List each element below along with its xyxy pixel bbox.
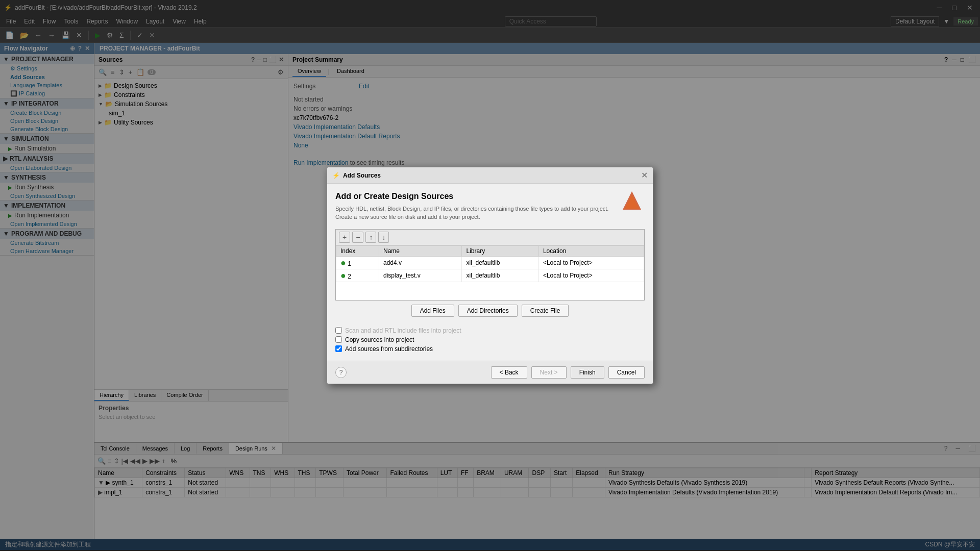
modal-footer: ? < Back Next > Finish Cancel (327, 361, 653, 384)
vivado-logo (619, 188, 645, 213)
modal-title: Add Sources (343, 172, 381, 179)
file1-location: <Local to Project> (538, 256, 644, 269)
file-table-body: ● 1 add4.v xil_defaultlib <Local to Proj… (336, 256, 644, 282)
option-add-subdirs: Add sources from subdirectories (335, 345, 645, 353)
modal-options: Scan and add RTL include files into proj… (335, 327, 645, 353)
col-library: Library (462, 245, 538, 256)
file-table-area: + − ↑ ↓ Index Name Library Location (335, 229, 645, 300)
next-btn[interactable]: Next > (531, 366, 567, 379)
modal-header-title: ⚡ Add Sources (332, 172, 381, 179)
file-row-2[interactable]: ● 2 display_test.v xil_defaultlib <Local… (336, 269, 644, 282)
modal-subtitle: Add or Create Design Sources (335, 192, 615, 201)
add-directories-btn[interactable]: Add Directories (458, 305, 518, 317)
file-action-area: Add Files Add Directories Create File (335, 300, 645, 321)
file1-index: ● 1 (336, 256, 379, 269)
back-btn[interactable]: < Back (491, 366, 527, 379)
move-up-btn[interactable]: ↑ (365, 232, 376, 243)
file2-library: xil_defaultlib (462, 269, 538, 282)
modal-close-btn[interactable]: ✕ (641, 170, 648, 180)
modal-footer-left: ? (335, 367, 347, 378)
modal-header: ⚡ Add Sources ✕ (327, 167, 653, 184)
modal-description: Specify HDL, netlist, Block Design, and … (335, 205, 615, 221)
cancel-btn[interactable]: Cancel (608, 366, 645, 379)
col-location: Location (538, 245, 644, 256)
copy-sources-checkbox[interactable] (335, 336, 342, 343)
add-files-btn[interactable]: Add Files (411, 305, 454, 317)
add-sources-modal: ⚡ Add Sources ✕ Add or Create Design Sou… (327, 167, 653, 384)
file-table: Index Name Library Location ● 1 ad (336, 245, 644, 282)
file-table-toolbar: + − ↑ ↓ (336, 230, 644, 245)
file1-library: xil_defaultlib (462, 256, 538, 269)
file-table-header: Index Name Library Location (336, 245, 644, 256)
help-btn[interactable]: ? (335, 367, 347, 378)
scan-rtl-label: Scan and add RTL include files into proj… (345, 327, 461, 334)
col-file-name: Name (379, 245, 462, 256)
copy-sources-label: Copy sources into project (345, 336, 414, 343)
col-index: Index (336, 245, 379, 256)
finish-btn[interactable]: Finish (571, 366, 604, 379)
modal-header-icon: ⚡ (332, 172, 340, 179)
add-subdirs-checkbox[interactable] (335, 345, 342, 352)
move-down-btn[interactable]: ↓ (378, 232, 389, 243)
scan-rtl-checkbox[interactable] (335, 327, 342, 334)
add-subdirs-label: Add sources from subdirectories (345, 345, 433, 353)
modal-overlay: ⚡ Add Sources ✕ Add or Create Design Sou… (0, 0, 980, 551)
modal-body-content: Add or Create Design Sources Specify HDL… (335, 192, 615, 229)
modal-body: Add or Create Design Sources Specify HDL… (327, 184, 653, 361)
file-row-1[interactable]: ● 1 add4.v xil_defaultlib <Local to Proj… (336, 256, 644, 269)
file2-index: ● 2 (336, 269, 379, 282)
add-file-row-btn[interactable]: + (339, 232, 350, 243)
file2-name: display_test.v (379, 269, 462, 282)
file1-dot: ● (340, 258, 346, 268)
option-scan-rtl: Scan and add RTL include files into proj… (335, 327, 645, 334)
modal-body-row: Add or Create Design Sources Specify HDL… (335, 192, 645, 229)
file2-dot: ● (340, 270, 346, 281)
file2-location: <Local to Project> (538, 269, 644, 282)
option-copy-sources: Copy sources into project (335, 336, 645, 343)
create-file-btn[interactable]: Create File (522, 305, 569, 317)
file1-name: add4.v (379, 256, 462, 269)
remove-file-row-btn[interactable]: − (352, 232, 363, 243)
